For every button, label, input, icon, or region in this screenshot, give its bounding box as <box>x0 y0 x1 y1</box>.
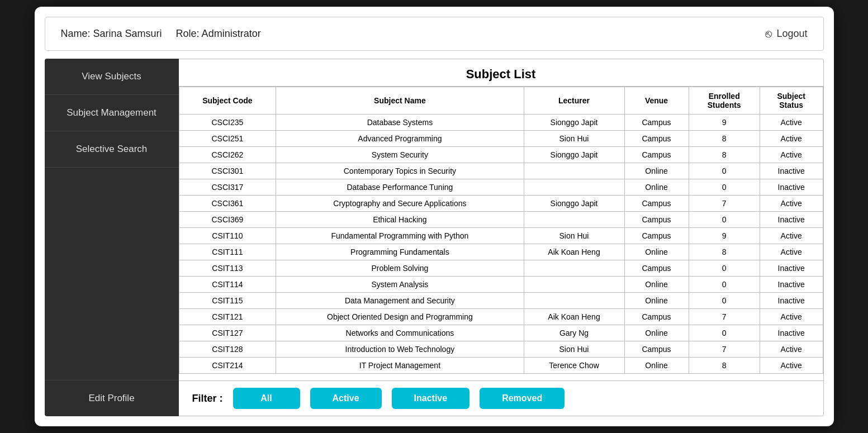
sidebar-spacer <box>45 168 179 380</box>
cell-enrolled: 9 <box>689 228 760 244</box>
filter-all-button[interactable]: All <box>233 388 300 409</box>
cell-name: Networks and Communications <box>276 325 524 341</box>
logout-button[interactable]: ⎋ Logout <box>765 27 807 40</box>
cell-code: CSIT115 <box>179 293 276 309</box>
cell-status: Active <box>760 358 823 374</box>
cell-enrolled: 8 <box>689 147 760 163</box>
cell-enrolled: 0 <box>689 179 760 196</box>
cell-lecturer <box>524 212 624 228</box>
table-row[interactable]: CSCI262System SecuritySionggo JapitCampu… <box>179 147 823 163</box>
table-row[interactable]: CSIT114System AnalysisOnline0Inactive <box>179 277 823 293</box>
table-row[interactable]: CSCI235Database SystemsSionggo JapitCamp… <box>179 115 823 131</box>
cell-lecturer: Sionggo Japit <box>524 115 624 131</box>
cell-venue: Campus <box>624 131 689 147</box>
cell-lecturer: Sionggo Japit <box>524 196 624 212</box>
table-row[interactable]: CSCI301Contemporary Topics in SecurityOn… <box>179 163 823 179</box>
cell-name: System Analysis <box>276 277 524 293</box>
cell-code: CSCI251 <box>179 131 276 147</box>
cell-code: CSIT111 <box>179 244 276 260</box>
name-label: Name: Sarina Samsuri <box>61 28 162 39</box>
cell-lecturer: Gary Ng <box>524 325 624 341</box>
cell-code: CSIT128 <box>179 341 276 358</box>
cell-enrolled: 7 <box>689 309 760 325</box>
cell-enrolled: 7 <box>689 196 760 212</box>
cell-code: CSIT214 <box>179 358 276 374</box>
cell-name: System Security <box>276 147 524 163</box>
col-enrolled: EnrolledStudents <box>689 87 760 115</box>
filter-active-button[interactable]: Active <box>310 388 382 409</box>
cell-venue: Campus <box>624 260 689 277</box>
cell-status: Inactive <box>760 293 823 309</box>
logout-label: Logout <box>776 28 807 40</box>
table-row[interactable]: CSIT111Programming FundamentalsAik Koan … <box>179 244 823 260</box>
sidebar-item-selective-search[interactable]: Selective Search <box>45 131 179 168</box>
cell-enrolled: 0 <box>689 163 760 179</box>
table-row[interactable]: CSCI361Cryptography and Secure Applicati… <box>179 196 823 212</box>
cell-name: Object Oriented Design and Programming <box>276 309 524 325</box>
filter-inactive-button[interactable]: Inactive <box>392 388 470 409</box>
cell-venue: Online <box>624 358 689 374</box>
table-row[interactable]: CSIT113Problem SolvingCampus0Inactive <box>179 260 823 277</box>
cell-enrolled: 0 <box>689 293 760 309</box>
role-label: Role: Administrator <box>176 28 261 39</box>
cell-code: CSCI369 <box>179 212 276 228</box>
cell-venue: Campus <box>624 212 689 228</box>
cell-code: CSIT110 <box>179 228 276 244</box>
cell-lecturer: Aik Koan Heng <box>524 244 624 260</box>
cell-code: CSIT121 <box>179 309 276 325</box>
cell-enrolled: 8 <box>689 244 760 260</box>
cell-status: Inactive <box>760 163 823 179</box>
page-title: Subject List <box>179 59 823 87</box>
cell-lecturer: Sion Hui <box>524 131 624 147</box>
sidebar: View Subjects Subject Management Selecti… <box>45 59 179 416</box>
col-status: SubjectStatus <box>760 87 823 115</box>
sidebar-item-view-subjects[interactable]: View Subjects <box>45 59 179 95</box>
cell-venue: Online <box>624 163 689 179</box>
cell-lecturer <box>524 277 624 293</box>
cell-code: CSCI361 <box>179 196 276 212</box>
cell-enrolled: 7 <box>689 341 760 358</box>
cell-enrolled: 0 <box>689 277 760 293</box>
cell-name: Introduction to Web Technology <box>276 341 524 358</box>
cell-status: Active <box>760 131 823 147</box>
table-row[interactable]: CSCI251Advanced ProgrammingSion HuiCampu… <box>179 131 823 147</box>
cell-status: Inactive <box>760 212 823 228</box>
cell-name: Cryptography and Secure Applications <box>276 196 524 212</box>
cell-name: Database Performance Tuning <box>276 179 524 196</box>
cell-lecturer <box>524 260 624 277</box>
table-row[interactable]: CSIT128Introduction to Web TechnologySio… <box>179 341 823 358</box>
app-window: Name: Sarina Samsuri Role: Administrator… <box>35 7 834 426</box>
table-row[interactable]: CSIT121Object Oriented Design and Progra… <box>179 309 823 325</box>
cell-status: Active <box>760 228 823 244</box>
cell-status: Inactive <box>760 179 823 196</box>
table-row[interactable]: CSCI317Database Performance TuningOnline… <box>179 179 823 196</box>
cell-lecturer <box>524 179 624 196</box>
table-row[interactable]: CSIT214IT Project ManagementTerence Chow… <box>179 358 823 374</box>
cell-status: Active <box>760 147 823 163</box>
cell-name: Advanced Programming <box>276 131 524 147</box>
cell-code: CSCI301 <box>179 163 276 179</box>
table-wrapper[interactable]: Subject Code Subject Name Lecturer Venue… <box>179 87 823 380</box>
cell-venue: Campus <box>624 341 689 358</box>
cell-enrolled: 8 <box>689 131 760 147</box>
table-row[interactable]: CSIT110Fundamental Programming with Pyth… <box>179 228 823 244</box>
cell-venue: Campus <box>624 115 689 131</box>
cell-venue: Campus <box>624 309 689 325</box>
cell-enrolled: 8 <box>689 358 760 374</box>
filter-removed-button[interactable]: Removed <box>480 388 565 409</box>
cell-venue: Campus <box>624 147 689 163</box>
table-row[interactable]: CSIT115Data Management and SecurityOnlin… <box>179 293 823 309</box>
cell-status: Active <box>760 341 823 358</box>
cell-name: Database Systems <box>276 115 524 131</box>
cell-status: Active <box>760 196 823 212</box>
cell-venue: Campus <box>624 228 689 244</box>
sidebar-item-subject-management[interactable]: Subject Management <box>45 95 179 131</box>
cell-code: CSIT113 <box>179 260 276 277</box>
table-row[interactable]: CSCI369Ethical HackingCampus0Inactive <box>179 212 823 228</box>
cell-lecturer <box>524 293 624 309</box>
sidebar-item-edit-profile[interactable]: Edit Profile <box>45 380 179 416</box>
cell-name: Problem Solving <box>276 260 524 277</box>
cell-code: CSIT114 <box>179 277 276 293</box>
table-row[interactable]: CSIT127Networks and CommunicationsGary N… <box>179 325 823 341</box>
cell-enrolled: 0 <box>689 260 760 277</box>
